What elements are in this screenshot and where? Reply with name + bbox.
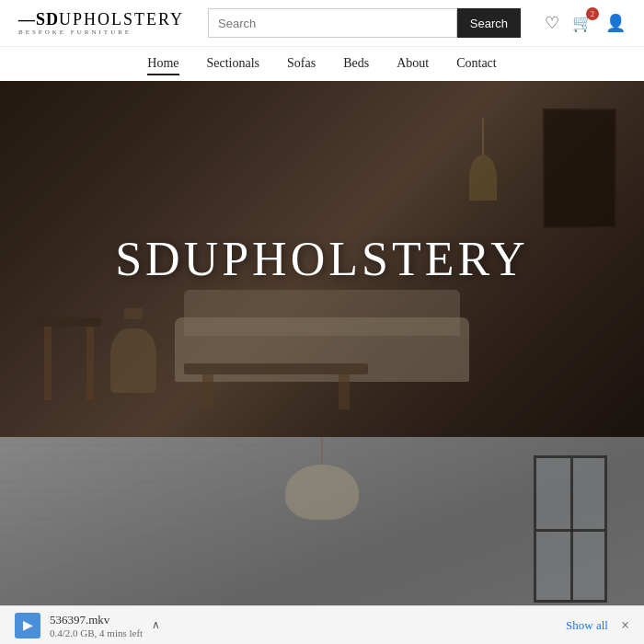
search-button[interactable]: Search	[457, 8, 521, 38]
download-left: ▶ 536397.mkv 0.4/2.0 GB, 4 mins left ∧	[15, 613, 160, 638]
download-chevron-icon[interactable]: ∧	[152, 618, 160, 632]
download-right: Show all ×	[566, 617, 629, 634]
download-size: 0.4/2.0 GB, 4 mins left	[50, 627, 143, 638]
download-file-icon: ▶	[15, 613, 40, 638]
download-info: 536397.mkv 0.4/2.0 GB, 4 mins left	[50, 613, 143, 638]
user-icon[interactable]: 👤	[605, 13, 626, 33]
logo[interactable]: —SDUPHOLSTERY BESPOKE FURNITURE	[18, 11, 184, 36]
header: —SDUPHOLSTERY BESPOKE FURNITURE Search ♡…	[0, 0, 644, 46]
search-input[interactable]	[208, 8, 457, 38]
download-filename: 536397.mkv	[50, 613, 143, 627]
logo-text: —SDUPHOLSTERY	[18, 11, 184, 28]
section2-overlay	[0, 437, 644, 633]
hero-title: SDUPHOLSTERY	[115, 232, 529, 286]
search-area: Search	[208, 8, 521, 38]
show-all-link[interactable]: Show all	[566, 618, 608, 633]
nav-item-beds[interactable]: Beds	[343, 56, 369, 75]
section2	[0, 437, 644, 633]
cart-badge: 2	[586, 7, 599, 20]
nav-item-home[interactable]: Home	[147, 56, 178, 75]
nav-item-sectionals[interactable]: Sectionals	[207, 56, 260, 75]
nav-item-sofas[interactable]: Sofas	[287, 56, 316, 75]
header-icons: ♡ 🛒 2 👤	[545, 13, 626, 33]
logo-subtitle: BESPOKE FURNITURE	[18, 29, 184, 36]
wishlist-icon[interactable]: ♡	[545, 13, 559, 33]
close-download-button[interactable]: ×	[621, 617, 629, 634]
nav-item-about[interactable]: About	[397, 56, 429, 75]
main-nav: Home Sectionals Sofas Beds About Contact	[0, 46, 644, 81]
hero-section: SDUPHOLSTERY	[0, 81, 644, 437]
nav-item-contact[interactable]: Contact	[456, 56, 497, 75]
cart-icon[interactable]: 🛒 2	[572, 13, 592, 33]
download-bar: ▶ 536397.mkv 0.4/2.0 GB, 4 mins left ∧ S…	[0, 605, 644, 644]
